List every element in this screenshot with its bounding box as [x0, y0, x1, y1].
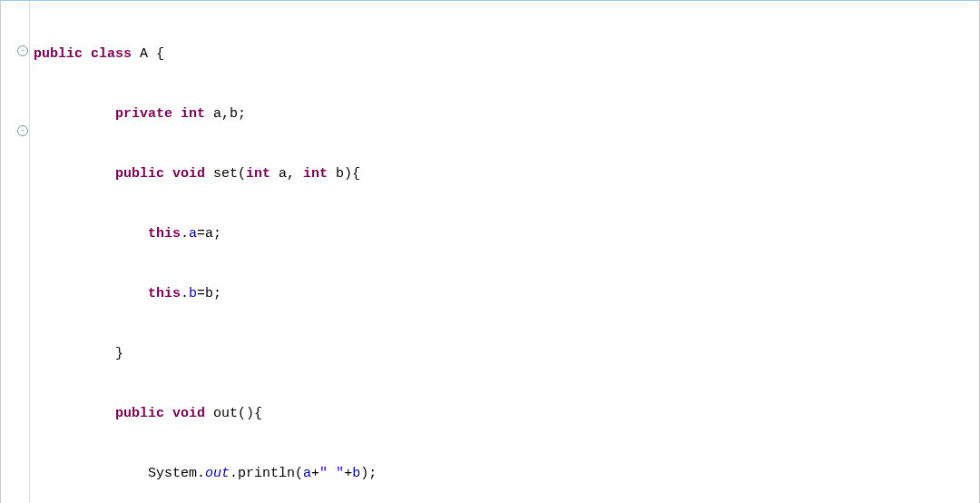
code-token: a,b; — [205, 106, 246, 122]
code-token: int — [303, 166, 328, 182]
editor-pane: − − public class A { private int a,b; pu… — [0, 0, 980, 503]
code-token: " " — [319, 466, 344, 481]
code-token: a — [189, 226, 197, 242]
code-token: out(){ — [205, 406, 262, 421]
code-token: this — [148, 286, 181, 301]
code-token: b){ — [328, 166, 360, 182]
code-token: out — [205, 466, 230, 481]
code-area[interactable]: public class A { private int a,b; public… — [30, 1, 979, 503]
code-token: b — [352, 466, 360, 481]
fold-marker-icon[interactable]: − — [17, 125, 28, 136]
code-token: A { — [132, 46, 164, 62]
code-token: a, — [270, 166, 303, 182]
code-token: this — [148, 226, 181, 242]
code-token: a — [303, 466, 311, 481]
fold-marker-icon[interactable]: − — [17, 45, 28, 56]
code-token: + — [344, 466, 352, 481]
code-token: ); — [360, 466, 377, 481]
code-token: =a; — [197, 226, 221, 242]
code-token: public void — [115, 166, 205, 182]
editor-gutter: − − — [1, 1, 30, 503]
code-token: .println( — [230, 466, 303, 481]
code-token: public class — [34, 46, 132, 62]
code-token: . — [181, 226, 189, 242]
code-token: private int — [115, 106, 205, 122]
code-token: System. — [148, 466, 205, 481]
code-token: + — [311, 466, 319, 481]
code-token: public void — [115, 406, 205, 421]
code-token: set( — [205, 166, 246, 182]
code-token: =b; — [197, 286, 221, 301]
code-token: . — [181, 286, 189, 301]
code-token: } — [115, 346, 123, 361]
code-token: b — [189, 286, 197, 301]
code-token: int — [246, 166, 270, 182]
